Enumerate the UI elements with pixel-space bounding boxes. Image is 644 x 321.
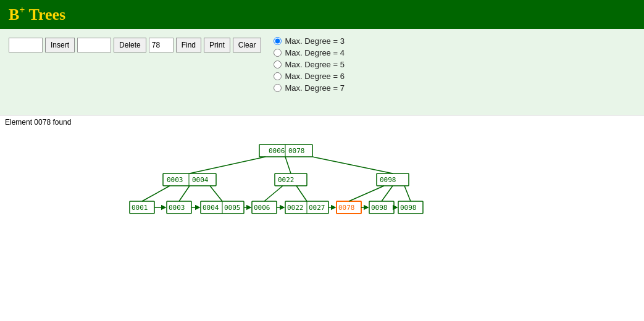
svg-text:0004: 0004 <box>203 204 219 212</box>
svg-text:0004: 0004 <box>192 176 209 184</box>
delete-button[interactable]: Delete <box>114 38 146 52</box>
svg-text:0003: 0003 <box>167 176 183 184</box>
degree-option-6[interactable]: Max. Degree = 6 <box>274 72 344 81</box>
svg-line-38 <box>210 186 222 201</box>
degree-option-5[interactable]: Max. Degree = 5 <box>274 60 344 69</box>
degree-options: Max. Degree = 3 Max. Degree = 4 Max. Deg… <box>274 36 344 93</box>
svg-text:0022: 0022 <box>278 176 295 184</box>
tree-svg: 0006 0078 0003 0004 0022 0098 0001 0003 … <box>0 129 644 314</box>
degree-option-4[interactable]: Max. Degree = 4 <box>274 48 344 57</box>
svg-line-13 <box>190 157 266 173</box>
svg-line-15 <box>312 157 393 173</box>
svg-text:0022: 0022 <box>287 204 304 212</box>
svg-text:0098: 0098 <box>380 176 396 184</box>
svg-text:0078: 0078 <box>338 204 355 212</box>
degree-radio-4[interactable] <box>274 49 282 57</box>
svg-text:0005: 0005 <box>224 204 241 212</box>
status-bar: Element 0078 found <box>0 115 644 129</box>
degree-radio-7[interactable] <box>274 84 282 92</box>
svg-line-42 <box>382 186 393 201</box>
tree-canvas: 0006 0078 0003 0004 0022 0098 0001 0003 … <box>0 129 644 314</box>
print-button[interactable]: Print <box>204 38 230 52</box>
find-input[interactable] <box>149 38 174 52</box>
clear-button[interactable]: Clear <box>233 38 262 52</box>
svg-line-40 <box>296 186 307 201</box>
status-message: Element 0078 found <box>5 118 71 127</box>
find-button[interactable]: Find <box>176 38 201 52</box>
degree-option-3[interactable]: Max. Degree = 3 <box>274 36 344 46</box>
degree-radio-6[interactable] <box>274 72 282 80</box>
svg-line-14 <box>285 157 291 173</box>
page-title: B+ Trees <box>9 5 65 24</box>
delete-input[interactable] <box>77 38 111 52</box>
svg-text:0098: 0098 <box>400 204 417 212</box>
toolbar: Insert Delete Find Print Clear Max. Degr… <box>0 29 644 115</box>
controls: Insert Delete Find Print Clear <box>9 38 261 52</box>
svg-line-41 <box>349 186 384 201</box>
svg-text:0006: 0006 <box>269 147 285 155</box>
insert-button[interactable]: Insert <box>45 38 75 52</box>
svg-line-43 <box>404 186 411 201</box>
svg-line-39 <box>264 186 283 201</box>
header: B+ Trees <box>0 0 644 29</box>
svg-line-37 <box>179 186 190 201</box>
degree-radio-3[interactable] <box>274 37 282 45</box>
degree-option-7[interactable]: Max. Degree = 7 <box>274 83 344 93</box>
svg-text:0078: 0078 <box>288 147 305 155</box>
svg-line-36 <box>142 186 170 201</box>
svg-text:0006: 0006 <box>254 204 270 212</box>
insert-input[interactable] <box>9 38 43 52</box>
degree-radio-5[interactable] <box>274 60 282 69</box>
svg-text:0001: 0001 <box>132 204 148 212</box>
svg-text:0098: 0098 <box>371 204 388 212</box>
title-suffix: Trees <box>25 6 65 23</box>
svg-text:0027: 0027 <box>309 204 325 212</box>
svg-text:0003: 0003 <box>169 204 185 212</box>
